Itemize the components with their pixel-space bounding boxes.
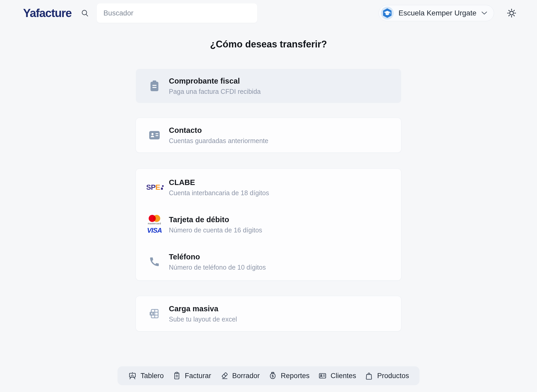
phone-icon [146,256,163,268]
option-contacto[interactable]: Contacto Cuentas guardadas anteriormente [136,118,401,153]
theme-toggle-button[interactable] [506,8,517,19]
spei-e: E [155,183,160,192]
easel-chart-icon [128,371,137,380]
graduation-cap-icon [381,7,394,20]
nav-item-borrador[interactable]: Borrador [220,371,260,380]
page-title: ¿Cómo deseas transferir? [136,38,401,51]
search-input[interactable] [97,3,257,23]
nav-item-tablero[interactable]: Tablero [128,371,164,380]
option-title: CLABE [169,178,269,187]
clipboard-outline-icon [172,371,181,380]
nav-item-clientes[interactable]: Clientes [318,371,356,380]
option-subtitle: Número de teléfono de 10 dígitos [169,263,266,271]
option-subtitle: Sube tu layout de excel [169,315,237,323]
top-bar: Yafacture Escuela Kemper Urgate [0,0,537,26]
option-clabe[interactable]: SPE CLABE Cuenta interbancaria de 18 díg… [136,169,401,206]
option-telefono[interactable]: Teléfono Número de teléfono de 10 dígito… [136,243,401,280]
nav-item-productos[interactable]: Productos [364,371,409,380]
option-carga-masiva[interactable]: Carga masiva Sube tu layout de excel [136,296,401,331]
visa-logo: VISA [147,226,162,235]
excel-icon [146,308,163,320]
option-title: Carga masiva [169,304,237,313]
id-card-icon [318,371,327,380]
transfer-page: ¿Cómo deseas transferir? Comprobante fis… [136,38,401,331]
app-logo: Yafacture [23,7,72,20]
card-network-logos: mastercard VISA [146,215,163,235]
shopping-bag-icon [364,371,373,380]
account-name: Escuela Kemper Urgate [399,9,476,17]
mastercard-word: mastercard [148,222,161,225]
spei-i-dots [161,185,163,190]
svg-text:$: $ [272,374,274,378]
option-subtitle: Paga una factura CFDI recibida [169,88,261,95]
search-icon[interactable] [80,9,89,18]
nav-label: Tablero [141,372,164,380]
option-tarjeta-debito[interactable]: mastercard VISA Tarjeta de débito Número… [136,206,401,243]
clipboard-icon [146,80,163,92]
nav-label: Reportes [281,372,310,380]
nav-item-reportes[interactable]: $ Reportes [268,371,310,380]
account-switcher[interactable]: Escuela Kemper Urgate [379,5,494,21]
chevron-down-icon [481,11,487,15]
option-title: Comprobante fiscal [169,77,261,86]
spei-logo: SPE [146,183,163,192]
option-subtitle: Cuentas guardadas anteriormente [169,137,268,145]
option-title: Contacto [169,126,268,135]
option-subtitle: Número de cuenta de 16 dígitos [169,226,262,234]
mastercard-logo: mastercard [148,215,161,225]
spei-sp: SP [146,183,155,192]
nav-label: Productos [377,372,409,380]
contact-card-icon [146,130,163,140]
eraser-icon [220,371,229,380]
option-comprobante-fiscal[interactable]: Comprobante fiscal Paga una factura CFDI… [136,69,401,103]
nav-item-facturar[interactable]: Facturar [172,371,211,380]
option-title: Teléfono [169,252,266,262]
bottom-navigation: Tablero Facturar Borrador [117,366,420,385]
sun-icon [506,8,517,19]
money-bag-icon: $ [268,371,277,380]
option-subtitle: Cuenta interbancaria de 18 dígitos [169,189,269,197]
bank-methods-card: SPE CLABE Cuenta interbancaria de 18 díg… [136,169,401,280]
nav-label: Borrador [232,372,260,380]
option-title: Tarjeta de débito [169,215,262,224]
nav-label: Facturar [185,372,211,380]
nav-label: Clientes [331,372,356,380]
